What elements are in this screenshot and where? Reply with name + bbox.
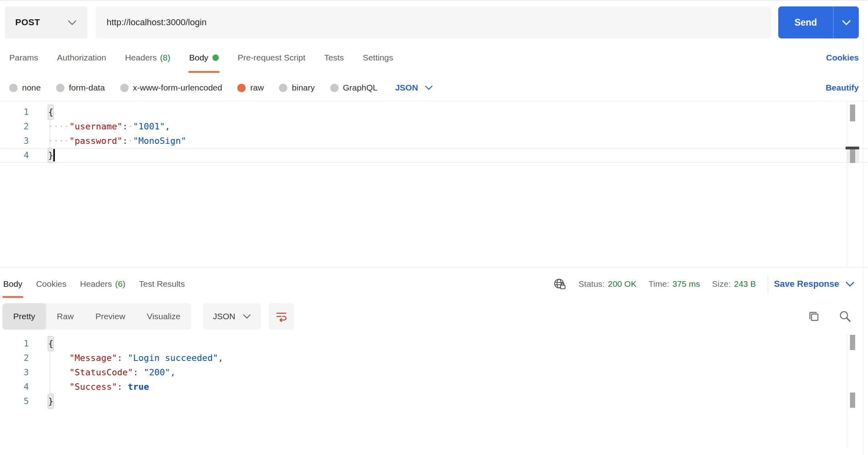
chevron-down-icon bbox=[242, 314, 251, 319]
token-key: "Success" bbox=[69, 382, 117, 392]
request-language-select[interactable]: JSON bbox=[395, 83, 433, 93]
response-tab-body[interactable]: Body bbox=[3, 268, 22, 300]
editor-scroll-rail bbox=[847, 103, 847, 266]
globe-lock-icon bbox=[552, 277, 567, 291]
body-type-option-x-www-form-urlencoded[interactable]: x-www-form-urlencoded bbox=[120, 83, 222, 93]
line-number: 1 bbox=[0, 105, 29, 119]
code-content: } bbox=[29, 394, 53, 409]
stat-label: Size: bbox=[712, 279, 731, 289]
copy-button[interactable] bbox=[807, 310, 821, 323]
scrollbar-thumb[interactable] bbox=[850, 335, 855, 350]
body-type-options: noneform-datax-www-form-urlencodedrawbin… bbox=[9, 83, 393, 93]
response-toolbar: PrettyRawPreviewVisualize JSON bbox=[0, 300, 868, 332]
response-view-switcher: PrettyRawPreviewVisualize bbox=[2, 303, 191, 330]
body-type-option-raw[interactable]: raw bbox=[237, 83, 264, 93]
response-tab-test-results[interactable]: Test Results bbox=[139, 268, 185, 300]
chevron-down-icon bbox=[67, 20, 77, 26]
request-tabs: ParamsAuthorizationHeaders(8)BodyPre-req… bbox=[0, 38, 868, 77]
response-header: BodyCookiesHeaders(6)Test Results Status… bbox=[0, 268, 868, 300]
send-options-button[interactable] bbox=[833, 6, 859, 38]
code-line: 5} bbox=[0, 394, 868, 409]
response-tab-cookies[interactable]: Cookies bbox=[36, 268, 67, 300]
line-number: 4 bbox=[0, 148, 29, 163]
tab-label: Headers bbox=[80, 279, 112, 289]
response-language-label: JSON bbox=[213, 312, 235, 321]
wrap-text-button[interactable] bbox=[268, 303, 294, 330]
send-button[interactable]: Send bbox=[778, 6, 859, 38]
cookies-link[interactable]: Cookies bbox=[826, 53, 859, 62]
token-str: "1001" bbox=[133, 121, 165, 131]
view-segment-preview[interactable]: Preview bbox=[85, 303, 136, 330]
tab-settings[interactable]: Settings bbox=[363, 38, 393, 77]
view-segment-raw[interactable]: Raw bbox=[46, 303, 85, 330]
tab-label: Body bbox=[3, 279, 22, 289]
response-language-select[interactable]: JSON bbox=[203, 303, 261, 330]
token-key: "StatusCode" bbox=[69, 367, 133, 377]
view-segment-pretty[interactable]: Pretty bbox=[2, 303, 46, 330]
body-type-option-binary[interactable]: binary bbox=[279, 83, 315, 93]
token-punct: , bbox=[170, 367, 176, 377]
token-punct: : bbox=[133, 367, 144, 377]
text-wrap-icon bbox=[275, 310, 288, 323]
response-body-editor[interactable]: 1{2 "Message": "Login succeeded",3 "Stat… bbox=[0, 332, 868, 449]
token-str: "MonoSign" bbox=[133, 136, 186, 146]
tab-label: Cookies bbox=[36, 279, 67, 289]
token-bracket: } bbox=[48, 394, 53, 409]
scrollbar-cursor-marker bbox=[846, 147, 859, 149]
tab-label: Tests bbox=[324, 53, 344, 62]
token-punct: : bbox=[117, 353, 128, 363]
token-bracket: { bbox=[48, 105, 53, 119]
response-stat: Status:200 OK bbox=[579, 279, 637, 289]
code-line: 1{ bbox=[0, 105, 868, 119]
code-content: } bbox=[29, 148, 55, 163]
tab-tests[interactable]: Tests bbox=[324, 38, 344, 77]
body-type-option-none[interactable]: none bbox=[9, 83, 41, 93]
code-content: ····"password":·"MonoSign" bbox=[29, 134, 186, 148]
body-type-option-GraphQL[interactable]: GraphQL bbox=[330, 83, 377, 93]
token-punct: : bbox=[122, 121, 127, 131]
tab-label: Params bbox=[9, 53, 38, 62]
scrollbar-thumb[interactable] bbox=[850, 149, 855, 163]
scrollbar-thumb[interactable] bbox=[850, 105, 855, 121]
response-tab-headers[interactable]: Headers(6) bbox=[80, 268, 125, 300]
method-select[interactable]: POST bbox=[5, 6, 87, 38]
send-label[interactable]: Send bbox=[778, 6, 833, 38]
request-language-label: JSON bbox=[395, 83, 418, 93]
tab-authorization[interactable]: Authorization bbox=[57, 38, 106, 77]
code-line: 4 "Success": true bbox=[0, 380, 868, 394]
radio-icon bbox=[56, 84, 65, 92]
stat-value: 375 ms bbox=[672, 279, 700, 289]
tab-label: Pre-request Script bbox=[238, 53, 305, 62]
code-content: "Message": "Login succeeded", bbox=[29, 351, 223, 365]
tab-label: Authorization bbox=[57, 53, 106, 62]
radio-icon bbox=[237, 84, 246, 92]
stat-label: Time: bbox=[648, 279, 669, 289]
token-punct: : bbox=[122, 136, 127, 146]
tab-label: Settings bbox=[363, 53, 393, 62]
code-content: "Success": true bbox=[29, 380, 149, 394]
active-tab-underline-icon bbox=[188, 71, 220, 73]
save-response-button[interactable]: Save Response bbox=[774, 279, 855, 289]
view-segment-visualize[interactable]: Visualize bbox=[136, 303, 192, 330]
code-line: 3 "StatusCode": "200", bbox=[0, 365, 868, 380]
url-input[interactable]: http://localhost:3000/login bbox=[96, 6, 771, 38]
token-bracket: { bbox=[48, 336, 53, 351]
code-line: 1{ bbox=[0, 336, 868, 351]
stat-label: Status: bbox=[579, 279, 605, 289]
tab-pre-request-script[interactable]: Pre-request Script bbox=[238, 38, 305, 77]
body-type-option-form-data[interactable]: form-data bbox=[56, 83, 105, 93]
chevron-down-icon bbox=[845, 281, 855, 287]
beautify-link[interactable]: Beautify bbox=[826, 83, 859, 93]
tab-params[interactable]: Params bbox=[9, 38, 38, 77]
active-tab-underline-icon bbox=[2, 296, 23, 298]
tab-body[interactable]: Body bbox=[189, 38, 219, 77]
search-button[interactable] bbox=[838, 310, 852, 323]
scrollbar-thumb[interactable] bbox=[850, 393, 855, 408]
copy-icon bbox=[807, 310, 821, 323]
request-body-editor[interactable]: 1{2····"username":·"1001",3····"password… bbox=[0, 101, 868, 267]
response-toolbar-icons bbox=[789, 310, 852, 323]
tab-headers[interactable]: Headers(8) bbox=[125, 38, 170, 77]
code-content: { bbox=[29, 105, 53, 119]
code-line: 2····"username":·"1001", bbox=[0, 119, 868, 134]
save-response-label: Save Response bbox=[774, 279, 839, 289]
